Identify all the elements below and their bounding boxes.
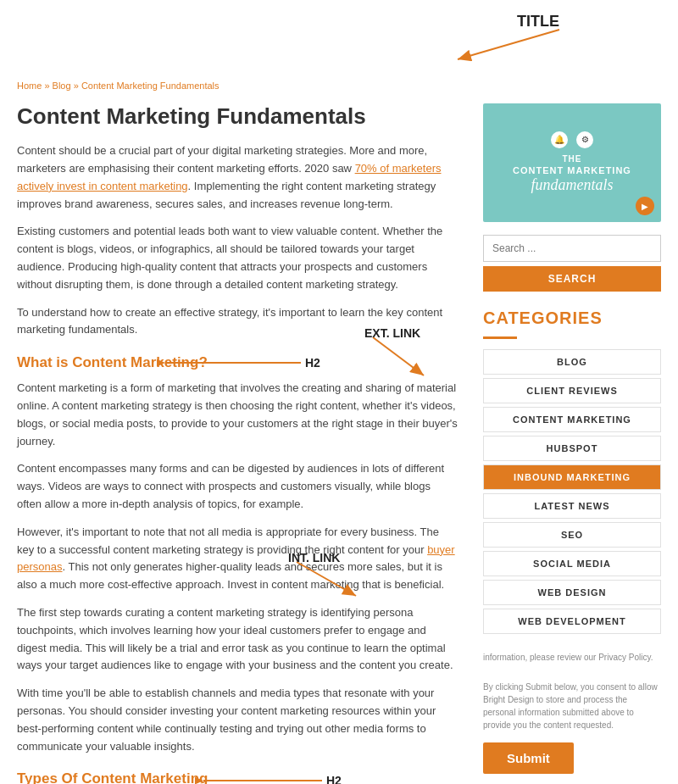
svg-text:H2: H2 (326, 774, 342, 784)
page-title: Content Marketing Fundamentals (17, 103, 458, 130)
title-arrow (441, 21, 593, 64)
bell-icon: 🔔 (551, 131, 568, 148)
category-hubspot[interactable]: HUBSPOT (483, 436, 661, 461)
sidebar-image-icons: 🔔 ⚙ (551, 131, 593, 148)
category-social-media[interactable]: SOCIAL MEDIA (483, 551, 661, 576)
category-latest-news[interactable]: LATEST NEWS (483, 493, 661, 519)
category-web-design[interactable]: WEB DESIGN (483, 580, 661, 605)
breadcrumb-home[interactable]: Home (17, 81, 42, 91)
category-seo[interactable]: SEO (483, 522, 661, 548)
h2-1-paragraph-2: Content encompasses many forms and can b… (17, 460, 458, 513)
category-client-reviews[interactable]: CLIENT REVIEWS (483, 378, 661, 403)
category-content-marketing[interactable]: CONTENT MARKETING (483, 407, 661, 432)
ext-link-arrow: EXT. LINK (364, 329, 500, 380)
svg-text:H2: H2 (305, 356, 320, 370)
category-blog[interactable]: BLOG (483, 349, 661, 375)
svg-text:INT. LINK: INT. LINK (288, 553, 340, 564)
h2-2-annotation-wrapper: Types Of Content Marketing H2 (17, 770, 458, 784)
categories-title: CATEGORIES (483, 309, 661, 328)
external-link[interactable]: 70% of marketers actively invest in cont… (17, 162, 442, 192)
svg-line-9 (297, 562, 356, 596)
breadcrumb: Home » Blog » Content Marketing Fundamen… (17, 81, 661, 91)
h2-1-paragraph-5: With time you'll be able to establish ch… (17, 685, 458, 755)
breadcrumb-blog[interactable]: Blog (53, 81, 71, 91)
sidebar-img-fundamentals: fundamentals (531, 176, 614, 195)
breadcrumb-current: Content Marketing Fundamentals (81, 81, 220, 91)
submit-button[interactable]: Submit (483, 742, 574, 774)
gear-icon: ⚙ (576, 131, 593, 148)
category-web-development[interactable]: WEB DEVELOPMENT (483, 609, 661, 634)
h2-1-paragraph-1: Content marketing is a form of marketing… (17, 380, 458, 450)
svg-line-1 (458, 30, 559, 59)
search-button[interactable]: SEARCH (483, 266, 661, 292)
categories-section: CATEGORIES BLOG CLIENT REVIEWS CONTENT M… (483, 309, 661, 634)
privacy-text-2: By clicking Submit below, you consent to… (483, 681, 661, 731)
intro-paragraph-2: Existing customers and potential leads b… (17, 223, 458, 293)
sidebar-img-content-marketing: CONTENT MARKETING (513, 164, 631, 176)
h2-arrow: H2 (157, 353, 326, 378)
svg-text:EXT. LINK: EXT. LINK (364, 329, 420, 340)
content-area: Content Marketing Fundamentals Content s… (17, 103, 458, 784)
category-inbound-marketing[interactable]: INBOUND MARKETING (483, 464, 661, 490)
search-input[interactable] (483, 235, 661, 262)
sidebar: 🔔 ⚙ THE CONTENT MARKETING fundamentals ▶… (483, 103, 661, 784)
search-box: SEARCH (483, 235, 661, 292)
int-link-arrow: INT. LINK (288, 553, 441, 600)
play-icon[interactable]: ▶ (636, 197, 654, 215)
h2-annotation-wrapper: What is Content Marketing? H2 (17, 354, 458, 371)
h2-2-arrow: H2 (195, 770, 347, 784)
privacy-text-1: information, please review our Privacy P… (483, 651, 661, 664)
h2-1-paragraph-4: The first step towards curating a conten… (17, 604, 458, 675)
svg-line-6 (373, 337, 424, 375)
sidebar-img-the: THE (563, 153, 582, 164)
sidebar-image-box: 🔔 ⚙ THE CONTENT MARKETING fundamentals ▶ (483, 103, 661, 222)
intro-paragraph-1: Content should be a crucial part of your… (17, 142, 458, 213)
